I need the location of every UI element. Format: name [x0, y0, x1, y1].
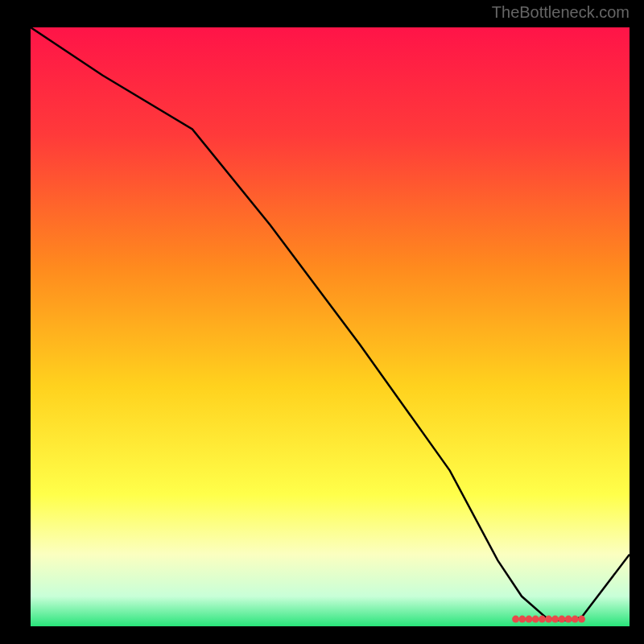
chart-background — [31, 27, 630, 626]
cluster-dot — [551, 616, 559, 623]
flat-cluster-dots — [512, 616, 585, 623]
cluster-dot — [518, 616, 526, 623]
cluster-dot — [545, 616, 552, 623]
cluster-dot — [565, 616, 572, 623]
watermark-text: TheBottleneck.com — [492, 3, 630, 22]
chart-area — [31, 27, 630, 626]
chart-svg — [31, 27, 630, 626]
cluster-dot — [512, 616, 519, 623]
cluster-dot — [532, 616, 539, 623]
cluster-dot — [558, 616, 565, 623]
cluster-dot — [572, 616, 579, 623]
cluster-dot — [539, 616, 546, 623]
cluster-dot — [578, 616, 585, 623]
cluster-dot — [526, 616, 533, 623]
